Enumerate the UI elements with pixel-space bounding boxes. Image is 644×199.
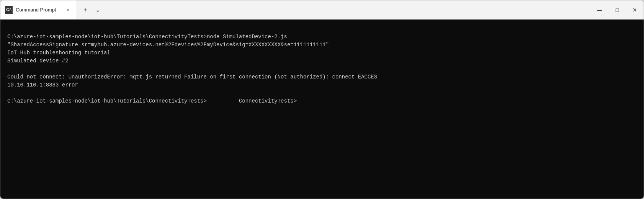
window-controls: — □ ✕ [591,0,644,19]
terminal-line: "SharedAccessSignature sr=myhub.azure-de… [7,41,637,49]
terminal-line: Could not connect: UnauthorizedError: mq… [7,73,637,81]
terminal-line [7,89,637,97]
terminal-line: Simulated device #2 [7,57,637,65]
active-tab[interactable]: C:\ Command Prompt × [0,0,77,19]
terminal-line: C:\azure-iot-samples-node\iot-hub\Tutori… [7,97,637,105]
new-tab-button[interactable]: + [80,5,91,15]
title-bar: C:\ Command Prompt × + ⌄ — □ ✕ [0,0,644,20]
terminal-line: 10.10.110.1:8883 error [7,81,637,89]
tab-actions: + ⌄ [77,0,106,19]
terminal-window: C:\ Command Prompt × + ⌄ — □ ✕ C:\azure-… [0,0,644,199]
terminal-line: C:\azure-iot-samples-node\iot-hub\Tutori… [7,33,637,41]
terminal-line: IoT Hub troubleshooting tutorial [7,49,637,57]
terminal-body[interactable]: C:\azure-iot-samples-node\iot-hub\Tutori… [0,20,644,199]
dropdown-button[interactable]: ⌄ [92,5,103,15]
terminal-line [7,65,637,73]
minimize-button[interactable]: — [591,0,608,19]
tab-close-button[interactable]: × [64,6,72,14]
tab-title: Command Prompt [16,7,61,13]
maximize-button[interactable]: □ [608,0,626,19]
close-button[interactable]: ✕ [626,0,644,19]
terminal-line [7,25,637,33]
terminal-icon: C:\ [5,6,13,14]
